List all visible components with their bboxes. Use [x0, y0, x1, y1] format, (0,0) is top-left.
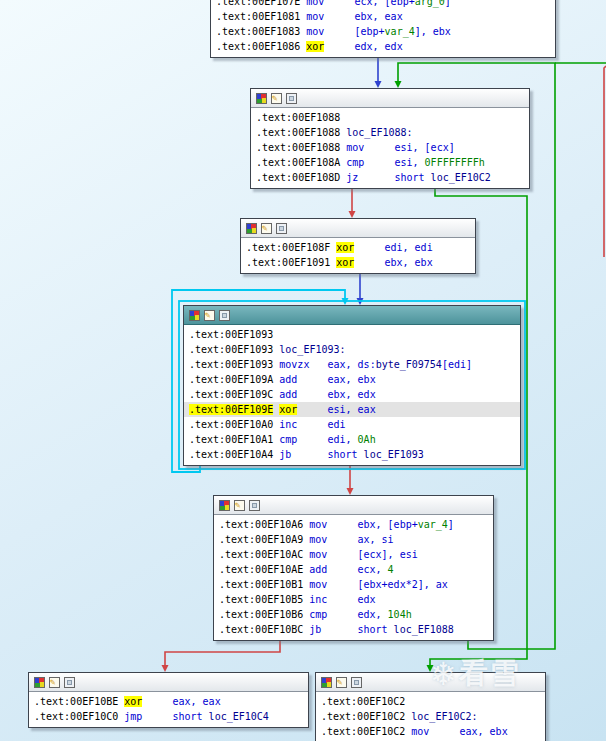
asm-token: ]: [448, 519, 454, 530]
node-edit-icon[interactable]: [49, 677, 60, 688]
node-frame-icon[interactable]: [64, 677, 75, 688]
node-frame-icon[interactable]: [351, 677, 362, 688]
asm-line[interactable]: .text:00EF1088 loc_EF1088:: [251, 125, 529, 140]
node-color-icon[interactable]: [189, 310, 200, 321]
asm-token: mov: [309, 579, 327, 590]
asm-token: short: [357, 624, 393, 635]
asm-line[interactable]: .text:00EF1083 mov [ebp+var_4], ebx: [211, 24, 555, 39]
basic-block-EF10BE[interactable]: .text:00EF10BE xor eax, eax.text:00EF10C…: [28, 672, 309, 728]
node-color-icon[interactable]: [219, 500, 230, 511]
asm-token: [429, 726, 459, 737]
node-title-bar[interactable]: [214, 496, 493, 515]
asm-token: cmp: [346, 157, 364, 168]
node-frame-icon[interactable]: [286, 93, 297, 104]
node-edit-icon[interactable]: [336, 677, 347, 688]
asm-token: xor: [336, 242, 354, 253]
node-color-icon[interactable]: [256, 93, 267, 104]
asm-token: [297, 404, 327, 415]
graph-canvas[interactable]: .text:00EF107E mov ecx, [ebp+arg_0].text…: [0, 0, 606, 741]
asm-token: [327, 519, 357, 530]
node-title-bar[interactable]: [184, 306, 520, 325]
asm-line[interactable]: .text:00EF109E xor esi, eax: [184, 402, 520, 417]
asm-line[interactable]: .text:00EF107E mov ecx, [ebp+arg_0]: [211, 0, 555, 9]
asm-line[interactable]: .text:00EF108D jz short loc_EF10C2: [251, 170, 529, 185]
asm-token: add: [279, 389, 297, 400]
asm-line[interactable]: .text:00EF10C2 loc_EF10C2:: [316, 709, 545, 724]
asm-line[interactable]: .text:00EF109C add ebx, edx: [184, 387, 520, 402]
asm-token: .text:00EF1093: [189, 344, 279, 355]
node-frame-icon[interactable]: [219, 310, 230, 321]
node-title-bar[interactable]: [251, 89, 529, 108]
asm-line[interactable]: .text:00EF10AC mov [ecx], esi: [214, 547, 493, 562]
asm-line[interactable]: .text:00EF1088 mov esi, [ecx]: [251, 140, 529, 155]
asm-token: [142, 711, 172, 722]
asm-line[interactable]: .text:00EF10C2: [316, 694, 545, 709]
asm-token: loc_EF1088:: [346, 127, 412, 138]
asm-line[interactable]: .text:00EF10A0 inc edi: [184, 417, 520, 432]
node-color-icon[interactable]: [246, 223, 257, 234]
asm-line[interactable]: .text:00EF10C2 mov eax, ebx: [316, 724, 545, 739]
basic-block-EF10C2[interactable]: .text:00EF10C2.text:00EF10C2 loc_EF10C2:…: [315, 672, 546, 741]
node-title-bar[interactable]: [241, 219, 475, 238]
asm-token: .text:00EF10B1: [219, 579, 309, 590]
node-body: .text:00EF10A6 mov ebx, [ebp+var_4].text…: [214, 515, 493, 640]
asm-line[interactable]: .text:00EF10BE xor eax, eax: [29, 694, 308, 709]
asm-token: [354, 257, 384, 268]
asm-token: jb: [309, 624, 321, 635]
asm-token: [297, 389, 327, 400]
asm-line[interactable]: .text:00EF1088: [251, 110, 529, 125]
asm-token: movzx: [279, 359, 309, 370]
basic-block-EF108F[interactable]: .text:00EF108F xor edi, edi.text:00EF109…: [240, 218, 476, 274]
asm-line[interactable]: .text:00EF10A6 mov ebx, [ebp+var_4]: [214, 517, 493, 532]
asm-token: byte_F09754: [376, 359, 442, 370]
asm-line[interactable]: .text:00EF10AE add ecx, 4: [214, 562, 493, 577]
asm-token: jz: [346, 172, 358, 183]
asm-token: 4: [388, 564, 394, 575]
asm-line[interactable]: .text:00EF10B1 mov [ebx+edx*2], ax: [214, 577, 493, 592]
asm-token: [297, 419, 327, 430]
asm-line[interactable]: .text:00EF10B5 inc edx: [214, 592, 493, 607]
basic-block-EF1093[interactable]: .text:00EF1093.text:00EF1093 loc_EF1093:…: [183, 305, 521, 466]
asm-token: add: [279, 374, 297, 385]
node-title-bar[interactable]: [29, 673, 308, 692]
asm-token: [327, 594, 357, 605]
asm-line[interactable]: .text:00EF109A add eax, ebx: [184, 372, 520, 387]
asm-line[interactable]: .text:00EF10BC jb short loc_EF1088: [214, 622, 493, 637]
asm-line[interactable]: .text:00EF1086 xor edx, edx: [211, 39, 555, 54]
basic-block-EF10A6[interactable]: .text:00EF10A6 mov ebx, [ebp+var_4].text…: [213, 495, 494, 641]
node-color-icon[interactable]: [34, 677, 45, 688]
asm-line[interactable]: .text:00EF10A4 jb short loc_EF1093: [184, 447, 520, 462]
asm-token: .text:00EF10BE: [34, 696, 124, 707]
asm-line[interactable]: .text:00EF10A1 cmp edi, 0Ah: [184, 432, 520, 447]
node-edit-icon[interactable]: [234, 500, 245, 511]
asm-line[interactable]: .text:00EF10A9 mov ax, si: [214, 532, 493, 547]
node-frame-icon[interactable]: [249, 500, 260, 511]
asm-token: short: [172, 711, 208, 722]
asm-line[interactable]: .text:00EF108F xor edi, edi: [241, 240, 475, 255]
node-color-icon[interactable]: [321, 677, 332, 688]
node-edit-icon[interactable]: [261, 223, 272, 234]
asm-line[interactable]: .text:00EF1081 mov ebx, eax: [211, 9, 555, 24]
asm-token: [324, 26, 354, 37]
asm-line[interactable]: .text:00EF108A cmp esi, 0FFFFFFFFh: [251, 155, 529, 170]
basic-block-EF1088[interactable]: .text:00EF1088.text:00EF1088 loc_EF1088:…: [250, 88, 530, 189]
asm-token: [327, 579, 357, 590]
asm-token: .text:00EF10AE: [219, 564, 309, 575]
node-edit-icon[interactable]: [271, 93, 282, 104]
asm-line[interactable]: .text:00EF10B6 cmp edx, 104h: [214, 607, 493, 622]
node-title-bar[interactable]: [316, 673, 545, 692]
asm-line[interactable]: .text:00EF1093 movzx eax, ds:byte_F09754…: [184, 357, 520, 372]
asm-token: .text:00EF1088: [256, 127, 346, 138]
asm-line[interactable]: .text:00EF1093 loc_EF1093:: [184, 342, 520, 357]
asm-token: ebx, edx: [327, 389, 375, 400]
basic-block-EF107E[interactable]: .text:00EF107E mov ecx, [ebp+arg_0].text…: [210, 0, 556, 58]
asm-line[interactable]: .text:00EF10C0 jmp short loc_EF10C4: [29, 709, 308, 724]
node-frame-icon[interactable]: [276, 223, 287, 234]
asm-line[interactable]: .text:00EF1093: [184, 327, 520, 342]
asm-line[interactable]: .text:00EF1091 xor ebx, ebx: [241, 255, 475, 270]
node-body: .text:00EF1093.text:00EF1093 loc_EF1093:…: [184, 325, 520, 465]
asm-token: [364, 142, 394, 153]
asm-token: .text:00EF10C2: [321, 726, 411, 737]
node-edit-icon[interactable]: [204, 310, 215, 321]
asm-token: ax, si: [357, 534, 393, 545]
